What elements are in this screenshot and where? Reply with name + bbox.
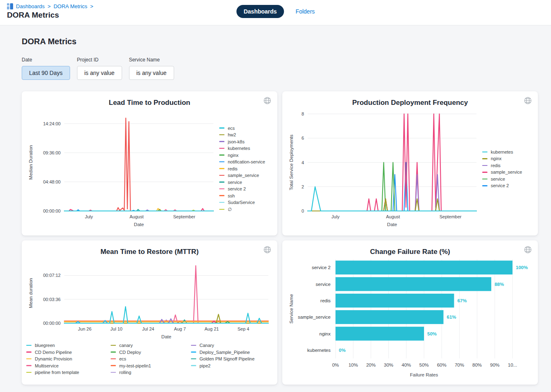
globe-icon bbox=[524, 97, 532, 104]
series-color-swatch bbox=[219, 195, 224, 196]
legend-label: kubernetes bbox=[228, 146, 250, 151]
svg-text:2: 2 bbox=[302, 184, 304, 189]
legend-item[interactable]: nginx bbox=[219, 153, 272, 158]
svg-text:0: 0 bbox=[302, 208, 304, 213]
series-color-swatch bbox=[219, 188, 224, 190]
legend-item[interactable]: Golden PM Signoff Pipeline bbox=[191, 356, 273, 361]
series-color-swatch bbox=[219, 168, 224, 169]
legend-item[interactable]: ecs bbox=[111, 356, 187, 361]
svg-text:50%: 50% bbox=[419, 363, 429, 367]
svg-text:Sep 4: Sep 4 bbox=[238, 326, 249, 331]
svg-text:00:03:36: 00:03:36 bbox=[43, 297, 61, 302]
series-color-swatch bbox=[482, 185, 488, 186]
svg-text:90%: 90% bbox=[490, 363, 499, 367]
legend-item[interactable]: redis bbox=[219, 166, 272, 171]
svg-text:50%: 50% bbox=[427, 331, 437, 336]
dashboards-grid-icon bbox=[7, 3, 13, 9]
svg-text:service: service bbox=[316, 282, 331, 287]
svg-text:00:00:00: 00:00:00 bbox=[43, 208, 61, 213]
legend-item[interactable]: service 2 bbox=[482, 183, 532, 188]
series-color-swatch bbox=[26, 345, 32, 346]
breadcrumb-link-dashboards[interactable]: Dashboards bbox=[16, 3, 45, 9]
svg-text:00:00:00: 00:00:00 bbox=[43, 321, 61, 326]
chart-title: Production Deployment Frequency bbox=[288, 99, 532, 107]
legend-item[interactable]: Deploy_Sample_Pipeline bbox=[191, 350, 273, 355]
series-color-swatch bbox=[482, 152, 488, 153]
series-color-swatch bbox=[482, 158, 488, 159]
legend-item[interactable]: rolling bbox=[111, 370, 187, 375]
legend-item[interactable]: redis bbox=[482, 163, 532, 168]
legend-item[interactable]: SudarService bbox=[219, 200, 272, 205]
legend-item[interactable]: kubernetes bbox=[482, 150, 532, 154]
filter-date: Date Last 90 Days bbox=[22, 57, 70, 80]
series-color-swatch bbox=[191, 365, 196, 366]
legend-item[interactable]: canary bbox=[111, 343, 187, 348]
series-color-swatch bbox=[482, 165, 488, 166]
legend-label: CD Deploy bbox=[119, 350, 141, 355]
legend-label: redis bbox=[491, 163, 501, 168]
legend-item[interactable]: service 2 bbox=[219, 186, 272, 191]
legend-label: ssh bbox=[228, 193, 235, 198]
breadcrumb-separator: > bbox=[90, 3, 93, 9]
tab-dashboards[interactable]: Dashboards bbox=[236, 5, 284, 18]
svg-text:Mean duration: Mean duration bbox=[28, 278, 33, 308]
legend-item[interactable]: Dynamic Provision bbox=[26, 356, 107, 361]
series-color-swatch bbox=[219, 141, 224, 142]
legend-item[interactable]: pipeline from template bbox=[26, 370, 107, 375]
legend-label: pipeline from template bbox=[35, 370, 79, 375]
legend-item[interactable]: hw2 bbox=[219, 132, 272, 137]
legend-item[interactable]: service bbox=[219, 180, 272, 185]
globe-icon bbox=[263, 97, 271, 104]
series-color-swatch bbox=[219, 161, 224, 163]
filter-project-id: Project ID is any value bbox=[77, 57, 122, 80]
series-color-swatch bbox=[111, 351, 116, 353]
svg-text:Date: Date bbox=[134, 222, 144, 227]
legend-item[interactable]: CD Deploy bbox=[111, 350, 187, 355]
legend-label: kubernetes bbox=[491, 150, 513, 154]
deployment-frequency-chart-plot: 02468JulyAugustSeptemberDateTotal Servic… bbox=[288, 108, 480, 229]
svg-text:sample_service: sample_service bbox=[298, 315, 331, 319]
svg-text:July: July bbox=[331, 214, 340, 219]
svg-text:09:36:00: 09:36:00 bbox=[43, 150, 61, 155]
legend-label: Canary bbox=[200, 343, 214, 348]
legend-item[interactable]: Multiservice bbox=[26, 363, 107, 368]
legend-item[interactable]: notification-service bbox=[219, 159, 272, 164]
legend-item[interactable]: ssh bbox=[219, 193, 272, 198]
filter-project-id-value-button[interactable]: is any value bbox=[77, 66, 122, 80]
tab-folders[interactable]: Folders bbox=[296, 8, 315, 15]
legend-item[interactable]: my-test-pipelin1 bbox=[111, 363, 187, 368]
legend-item[interactable]: json-k8s bbox=[219, 139, 272, 144]
legend-item[interactable]: CD Demo Pipeline bbox=[26, 350, 107, 355]
series-color-swatch bbox=[219, 127, 224, 129]
svg-text:4: 4 bbox=[302, 160, 304, 165]
series-color-swatch bbox=[111, 365, 116, 366]
legend-item[interactable]: pipe2 bbox=[191, 363, 273, 368]
legend-item[interactable]: nginx bbox=[482, 156, 532, 161]
legend-item[interactable]: service bbox=[482, 177, 532, 181]
legend-item[interactable]: bluegreen bbox=[26, 343, 107, 348]
dashboard-content: DORA Metrics Date Last 90 Days Project I… bbox=[0, 25, 551, 391]
svg-text:6: 6 bbox=[302, 136, 304, 140]
legend-item[interactable]: sample_service bbox=[482, 170, 532, 174]
legend-item[interactable]: ecs bbox=[219, 126, 272, 131]
svg-text:Jul 10: Jul 10 bbox=[111, 326, 122, 331]
filter-date-label: Date bbox=[22, 57, 70, 63]
series-color-swatch bbox=[191, 345, 196, 346]
chart-title: Mean Time to Restore (MTTR) bbox=[27, 248, 272, 256]
svg-text:8: 8 bbox=[302, 111, 304, 116]
legend-item[interactable]: Canary bbox=[191, 343, 273, 348]
filter-date-value-button[interactable]: Last 90 Days bbox=[22, 66, 70, 80]
lead-time-legend: ecshw2json-k8skubernetesnginxnotificatio… bbox=[217, 108, 272, 230]
filter-bar: Date Last 90 Days Project ID is any valu… bbox=[22, 57, 538, 80]
legend-item[interactable]: sample_service bbox=[219, 173, 272, 178]
svg-text:kubernetes: kubernetes bbox=[307, 348, 331, 353]
filter-service-name-label: Service Name bbox=[129, 57, 174, 63]
breadcrumb-link-dora-metrics[interactable]: DORA Metrics bbox=[54, 3, 87, 9]
svg-text:40%: 40% bbox=[401, 363, 411, 367]
svg-text:100%: 100% bbox=[516, 265, 528, 270]
chart-title: Lead Time to Production bbox=[27, 99, 272, 107]
cards-grid: Lead Time to Production 00:00:0004:48:00… bbox=[22, 91, 538, 385]
filter-service-name-value-button[interactable]: is any value bbox=[129, 66, 174, 80]
legend-item[interactable]: kubernetes bbox=[219, 146, 272, 151]
legend-item[interactable]: ∅ bbox=[219, 207, 272, 212]
